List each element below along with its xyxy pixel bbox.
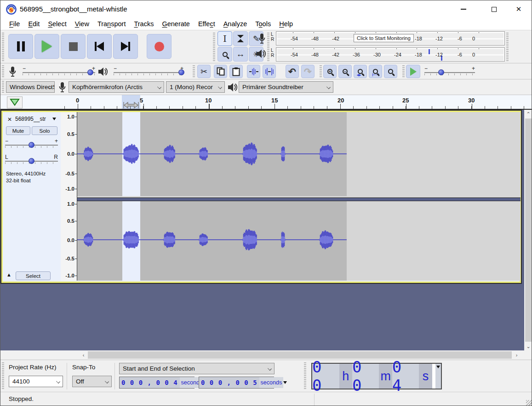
recording-device-select[interactable]: Kopfhörermikrofon (Arctis — [69, 81, 164, 93]
snap-to-select[interactable]: Off — [72, 376, 112, 387]
play-speed-thumb[interactable] — [438, 69, 444, 75]
selection-end-field[interactable]: 0 0 0 , 0 0 5 seconds — [199, 377, 274, 389]
track-gain-thumb[interactable] — [29, 142, 34, 148]
timeshift-tool-button[interactable]: ↔ — [233, 47, 248, 62]
scroll-up-button[interactable]: ⌃ — [524, 110, 532, 118]
recording-volume-slider[interactable]: −+ — [23, 66, 95, 77]
close-button[interactable]: ✕ — [508, 0, 529, 18]
playback-meter[interactable]: -54 -48 -42 -36 -30 -24 -18 -12 -6 0 — [276, 47, 505, 62]
play-at-speed-grip[interactable] — [402, 65, 405, 78]
undo-button[interactable]: ↶ — [286, 65, 299, 78]
menu-generate[interactable]: Generate — [158, 19, 194, 29]
menu-view[interactable]: View — [71, 19, 93, 29]
audio-host-select[interactable]: Windows DirectSound — [6, 81, 55, 93]
skip-to-start-button[interactable] — [87, 34, 112, 59]
silence-audio-button[interactable] — [263, 65, 276, 78]
vertical-scrollbar[interactable]: ⌃ ⌄ — [524, 110, 532, 350]
menu-transport[interactable]: Transport — [93, 19, 130, 29]
audio-track[interactable]: ✕ 568995__str Mute Solo −+ LR Stereo, 44… — [0, 110, 522, 284]
vertical-scale-ruler[interactable]: 1.0 0.5 0.0 -0.5 -1.0 1.0 0.5 0.0 -0.5 -… — [61, 112, 77, 281]
edit-toolbar-grip[interactable] — [193, 65, 195, 78]
selection-toolbar-grip[interactable] — [2, 362, 4, 389]
track-menu-icon[interactable] — [52, 118, 56, 120]
track-collapse-button[interactable]: ▲ — [6, 272, 11, 277]
waveform-left-channel[interactable] — [77, 112, 521, 196]
recording-volume-thumb[interactable] — [87, 69, 93, 75]
mixer-speaker-icon — [98, 67, 108, 77]
selection-drag-handle-icon[interactable] — [123, 102, 139, 109]
zoom-tool-button[interactable] — [217, 47, 232, 62]
track-title[interactable]: 568995__str — [15, 116, 46, 122]
solo-button[interactable]: Solo — [32, 126, 57, 135]
menu-select[interactable]: Select — [44, 19, 70, 29]
track-pan-thumb[interactable] — [29, 158, 34, 164]
play-speed-slider[interactable]: −+ — [424, 66, 475, 77]
transport-toolbar-grip[interactable] — [2, 33, 4, 61]
pinned-play-head-button[interactable] — [7, 96, 23, 108]
zoom-out-button[interactable]: − — [338, 65, 352, 78]
track-close-button[interactable]: ✕ — [7, 116, 12, 123]
play-button[interactable] — [34, 34, 59, 59]
maximize-button[interactable] — [483, 0, 504, 18]
playback-volume-thumb[interactable] — [178, 69, 184, 75]
meter-toolbar-end-grip[interactable] — [506, 33, 509, 61]
selection-tool-button[interactable]: I — [217, 31, 232, 46]
scroll-down-button[interactable]: ⌄ — [524, 342, 532, 350]
selection-mode-select[interactable]: Start and End of Selection — [119, 363, 275, 374]
zoom-toggle-button[interactable] — [384, 65, 397, 78]
menu-tools[interactable]: Tools — [251, 19, 275, 29]
device-toolbar-grip[interactable] — [2, 81, 4, 94]
playback-volume-slider[interactable]: −+ — [114, 66, 183, 77]
menu-help[interactable]: Help — [275, 19, 297, 29]
track-select-button[interactable]: Select — [16, 271, 51, 280]
timeline-ruler[interactable]: 0 5 10 15 20 25 30 — [0, 95, 532, 110]
audio-position-display[interactable]: 0 0 h 0 0 m 0 4 s — [311, 363, 442, 389]
envelope-tool-button[interactable] — [233, 31, 248, 46]
scroll-right-button[interactable]: › — [513, 350, 521, 360]
vertical-scroll-thumb[interactable] — [525, 118, 532, 342]
track-canvas-area[interactable]: ✕ 568995__str Mute Solo −+ LR Stereo, 44… — [0, 110, 524, 350]
record-button[interactable] — [147, 34, 172, 59]
horizontal-scroll-thumb[interactable] — [88, 351, 512, 359]
record-meter[interactable]: -54 -48 -42 -18 -12 -6 0 Click to Start … — [276, 31, 505, 45]
recording-channels-select[interactable]: 1 (Mono) Recor — [166, 81, 225, 93]
menu-analyze[interactable]: Analyze — [219, 19, 252, 29]
zoom-toolbar-grip[interactable] — [320, 65, 322, 78]
menu-effect[interactable]: Effect — [194, 19, 219, 29]
click-to-start-monitoring[interactable]: Click to Start Monitoring — [354, 34, 414, 42]
mixer-toolbar-grip[interactable] — [2, 65, 4, 78]
redo-button[interactable]: ↷ — [301, 65, 315, 78]
waveform-area[interactable] — [77, 112, 521, 281]
paste-button[interactable] — [229, 65, 243, 78]
playback-device-select[interactable]: Primärer Soundtreiber — [239, 81, 333, 93]
mute-button[interactable]: Mute — [6, 126, 30, 135]
stop-button[interactable] — [61, 34, 86, 59]
fit-selection-button[interactable]: ◂▸ — [354, 65, 367, 78]
ruler-label-25: 25 — [402, 97, 409, 104]
fit-project-button[interactable]: ⊢⊣ — [369, 65, 382, 78]
time-toolbar-grip[interactable] — [304, 362, 306, 389]
pause-button[interactable] — [8, 34, 33, 59]
horizontal-scrollbar[interactable]: ‹ › — [0, 350, 532, 360]
selection-start-field[interactable]: 0 0 0 , 0 0 4 seconds — [119, 377, 194, 389]
waveform-right-channel[interactable] — [77, 200, 521, 281]
track-gain-slider[interactable]: −+ — [5, 139, 58, 150]
track-pan-slider[interactable]: LR — [5, 155, 58, 166]
menu-tracks[interactable]: Tracks — [130, 19, 158, 29]
skip-to-end-button[interactable] — [113, 34, 138, 59]
window-resize-grip[interactable] — [526, 400, 532, 406]
selection-end-dropdown[interactable] — [283, 377, 287, 388]
scroll-left-button[interactable]: ‹ — [80, 350, 87, 360]
position-format-dropdown[interactable] — [435, 364, 441, 389]
cut-button[interactable]: ✂ — [197, 65, 211, 78]
play-at-speed-button[interactable] — [406, 65, 420, 78]
zoom-in-button[interactable]: + — [323, 65, 337, 78]
menu-file[interactable]: File — [5, 19, 24, 29]
tools-toolbar-grip[interactable] — [213, 33, 215, 61]
meter-toolbar-grip[interactable] — [267, 33, 269, 61]
trim-audio-button[interactable] — [247, 65, 260, 78]
project-rate-select[interactable]: 44100 — [9, 376, 63, 387]
minimize-button[interactable] — [453, 0, 474, 18]
menu-edit[interactable]: Edit — [24, 19, 44, 29]
copy-button[interactable] — [214, 65, 227, 78]
